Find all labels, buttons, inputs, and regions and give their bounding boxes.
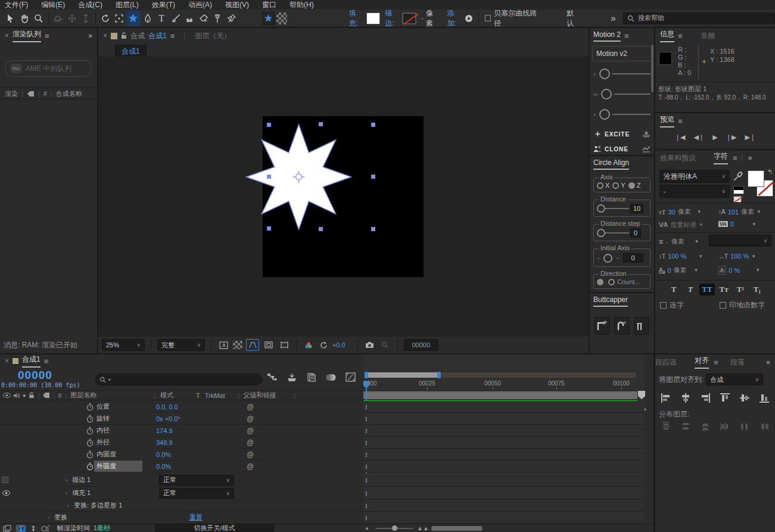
- initial-axis-value[interactable]: 0: [623, 253, 643, 263]
- selection-handle[interactable]: [319, 227, 323, 231]
- swap-colors-icon[interactable]: ↰: [767, 168, 773, 176]
- polystar-shape[interactable]: [241, 109, 401, 270]
- panel-menu-icon[interactable]: ≡: [624, 32, 628, 41]
- ligatures-checkbox[interactable]: [660, 302, 667, 309]
- col-number[interactable]: #: [43, 90, 47, 97]
- stopwatch-icon[interactable]: [86, 415, 94, 423]
- star-tool[interactable]: [126, 11, 141, 26]
- help-search-box[interactable]: 搜索帮助: [623, 13, 775, 24]
- anchor-center-icon[interactable]: ›‹: [593, 91, 597, 98]
- panel-overflow-chevron[interactable]: »: [748, 154, 752, 162]
- disclosure-icon[interactable]: ›: [66, 477, 67, 483]
- pick-whip-icon[interactable]: @: [247, 415, 254, 423]
- col-comp-name[interactable]: 合成名称: [56, 89, 82, 98]
- stopwatch-icon[interactable]: [86, 450, 94, 459]
- toggle-switches-modes-button[interactable]: 切换开关/模式: [155, 524, 274, 532]
- frame-blending-icon[interactable]: [307, 372, 316, 382]
- property-value[interactable]: 0.0%: [156, 451, 171, 458]
- small-caps-button[interactable]: Tᴛ: [716, 284, 732, 295]
- live-update-icon[interactable]: [16, 525, 26, 532]
- next-frame-button[interactable]: ❘▶: [726, 133, 737, 141]
- col-render[interactable]: 渲染: [5, 89, 18, 98]
- frame-cache-icon[interactable]: [3, 525, 11, 532]
- axis-x-radio[interactable]: [597, 182, 603, 189]
- ame-queue-button[interactable]: Me AME 中的队列: [5, 60, 92, 77]
- motion-slider-knob[interactable]: [601, 89, 612, 99]
- panel-menu-icon[interactable]: ≡: [678, 32, 682, 41]
- property-name[interactable]: 内圆度: [97, 450, 116, 459]
- distance-step-value[interactable]: 0: [630, 228, 641, 238]
- first-frame-button[interactable]: ❘◀: [675, 133, 686, 141]
- leading-caret[interactable]: ▼: [757, 209, 761, 214]
- tab-layer-none[interactable]: 图层（无）: [195, 31, 231, 41]
- t-column[interactable]: T: [196, 392, 200, 399]
- number-column[interactable]: #: [58, 392, 61, 399]
- align-right-button[interactable]: [698, 391, 712, 405]
- menu-effect[interactable]: 效果(T): [152, 0, 175, 10]
- selection-handle[interactable]: [371, 175, 375, 179]
- zoom-in-mountain-icon[interactable]: ▲▲: [417, 525, 429, 531]
- axis-y-radio[interactable]: [612, 182, 619, 189]
- parent-link-column[interactable]: 父级和链接: [243, 391, 276, 400]
- distance-step-knob[interactable]: [597, 229, 605, 237]
- motion-slider-knob[interactable]: [599, 69, 610, 79]
- exposure-value[interactable]: +0.0: [332, 341, 346, 349]
- play-button[interactable]: ▶: [712, 133, 717, 141]
- hindi-digits-checkbox[interactable]: [720, 302, 726, 309]
- disclosure-icon[interactable]: ›: [48, 515, 49, 521]
- trkmat-column[interactable]: TrkMat: [205, 392, 225, 399]
- tab-circle-align[interactable]: Circle Align: [593, 158, 629, 170]
- distance-value[interactable]: 10: [630, 204, 643, 213]
- property-name-selected[interactable]: 外圆度: [94, 461, 142, 472]
- direction-counter-radio[interactable]: [608, 279, 615, 285]
- proportional-grid-icon[interactable]: [278, 337, 290, 353]
- comp-tab-name[interactable]: 合成1: [148, 31, 167, 41]
- baseline-caret[interactable]: ▼: [694, 267, 699, 273]
- pick-whip-icon[interactable]: @: [247, 427, 254, 435]
- close-icon[interactable]: ×: [103, 32, 107, 40]
- playhead[interactable]: [363, 381, 369, 388]
- comp-label-swatch[interactable]: [13, 358, 18, 364]
- property-name[interactable]: 旋转: [97, 414, 110, 423]
- clone-button[interactable]: CLONE: [605, 146, 628, 153]
- stopwatch-icon[interactable]: [86, 438, 94, 447]
- font-size-caret[interactable]: ▼: [697, 209, 702, 214]
- tracking-value[interactable]: 0: [730, 220, 734, 228]
- disclosure-icon[interactable]: ›: [66, 490, 67, 496]
- label-column-icon[interactable]: [42, 392, 50, 399]
- vertical-scale-value[interactable]: 100 %: [668, 253, 686, 260]
- pick-whip-icon[interactable]: @: [247, 403, 254, 411]
- selection-tool[interactable]: [4, 11, 18, 26]
- selection-handle[interactable]: [267, 226, 271, 231]
- initial-axis-dial[interactable]: [603, 254, 612, 263]
- font-style-dropdown[interactable]: -∨: [659, 185, 730, 198]
- menu-edit[interactable]: 编辑(E): [41, 0, 65, 10]
- orbit-camera-tool[interactable]: [51, 11, 66, 26]
- eraser-tool[interactable]: [197, 11, 211, 26]
- align-hcenter-button[interactable]: [678, 391, 693, 405]
- panel-menu-icon[interactable]: ≡: [733, 154, 737, 163]
- timeline-search-box[interactable]: ▾: [95, 374, 262, 385]
- blend-mode-dropdown[interactable]: 正常∨: [159, 475, 234, 486]
- property-name[interactable]: 外径: [97, 438, 110, 447]
- anchor-right-icon[interactable]: ›: [593, 111, 596, 118]
- tab-align[interactable]: 对齐: [695, 356, 709, 369]
- clone-stamp-tool[interactable]: [182, 11, 197, 26]
- mask-visibility-icon[interactable]: [246, 339, 259, 351]
- panel-menu-icon[interactable]: ≡: [714, 358, 718, 367]
- tab-effects-presets[interactable]: 效果和预设: [660, 153, 696, 163]
- preview-time-field[interactable]: 00000: [404, 339, 438, 351]
- leading-value[interactable]: 101: [728, 209, 739, 216]
- hand-tool[interactable]: [18, 11, 32, 26]
- workspace-overflow-chevron[interactable]: »: [611, 13, 616, 24]
- panel-menu-icon[interactable]: ≡: [45, 32, 49, 41]
- work-area-end-handle[interactable]: [437, 372, 441, 378]
- property-value[interactable]: 349.9: [156, 439, 173, 446]
- close-icon[interactable]: ×: [5, 32, 9, 40]
- transparency-grid-icon[interactable]: [233, 341, 242, 349]
- property-value[interactable]: 174.9: [156, 427, 173, 434]
- align-to-dropdown[interactable]: 合成∨: [706, 374, 763, 385]
- property-value[interactable]: 0.0%: [156, 463, 171, 470]
- selection-handle[interactable]: [371, 227, 375, 231]
- tab-render-queue[interactable]: 渲染队列: [13, 29, 41, 42]
